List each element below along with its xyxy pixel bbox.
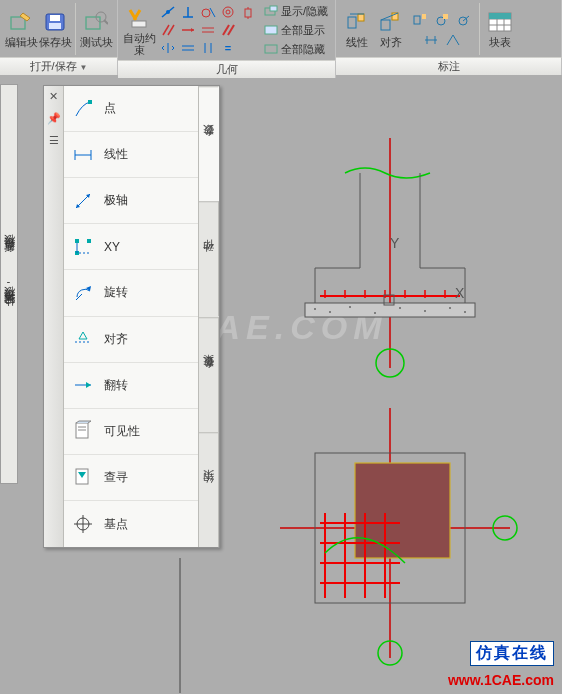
auto-constrain-button[interactable]: 自动约束	[122, 3, 156, 58]
close-icon[interactable]: ✕	[47, 90, 61, 104]
svg-rect-32	[358, 14, 364, 21]
dim4-icon[interactable]	[421, 31, 441, 49]
panel-geometry: 自动约束 = 显	[118, 0, 336, 75]
dim2-icon[interactable]	[432, 11, 452, 29]
dim5-icon[interactable]	[443, 31, 463, 49]
panel-open-save: 编辑块 保存块 测试块 打开/保存▼	[0, 0, 118, 75]
svg-rect-30	[265, 45, 277, 53]
rotate-icon	[70, 280, 96, 306]
panel-annotation: 线性 对齐	[336, 0, 562, 75]
chevron-down-icon: ▼	[80, 63, 88, 72]
block-table-icon	[486, 9, 514, 35]
panel-geometry-title[interactable]: 几何	[118, 60, 336, 78]
svg-rect-2	[50, 15, 60, 21]
hide-all-button[interactable]: 全部隐藏	[261, 40, 331, 58]
align-button[interactable]: 对齐	[374, 7, 408, 50]
drawing-stray-line	[170, 558, 190, 694]
svg-text:Y: Y	[390, 235, 400, 251]
palette-item-lookup[interactable]: 查寻	[64, 455, 198, 501]
coincident-icon[interactable]	[158, 3, 178, 21]
perpendicular-icon[interactable]	[178, 3, 198, 21]
hide-all-icon	[264, 42, 278, 56]
svg-line-11	[210, 8, 215, 17]
horizontal-icon[interactable]	[178, 21, 198, 39]
lookup-icon	[70, 464, 96, 490]
tangent-icon[interactable]	[198, 3, 218, 21]
show-hide-button[interactable]: 显示/隐藏	[261, 2, 331, 20]
svg-line-6	[104, 20, 108, 24]
svg-rect-99	[87, 239, 91, 243]
equal-icon[interactable]: =	[218, 39, 238, 57]
watermark-url: www.1CAE.com	[448, 672, 554, 688]
test-block-button[interactable]: 测试块	[79, 7, 113, 50]
svg-rect-91	[88, 100, 92, 104]
palette-item-visibility[interactable]: 可见性	[64, 409, 198, 455]
palette-item-rotate[interactable]: 旋转	[64, 270, 198, 316]
palette-item-align[interactable]: 对齐	[64, 317, 198, 363]
palette-tab-params[interactable]: 参数	[199, 86, 219, 201]
save-block-icon	[41, 9, 69, 35]
block-authoring-palette: ✕ 📌 ☰ 点 线性 极轴 XY 旋转 对齐 翻转	[43, 85, 220, 548]
dim1-icon[interactable]	[410, 11, 430, 29]
svg-rect-28	[270, 6, 277, 11]
more-icon[interactable]	[238, 39, 258, 57]
show-all-button[interactable]: 全部显示	[261, 21, 331, 39]
block-table-button[interactable]: 块表	[483, 7, 517, 50]
palette-item-flip[interactable]: 翻转	[64, 363, 198, 409]
flip-icon	[70, 372, 96, 398]
fix-icon[interactable]	[238, 3, 258, 21]
palette-item-point[interactable]: 点	[64, 86, 198, 132]
palette-tab-actions[interactable]: 动作	[199, 201, 219, 316]
symmetric-icon[interactable]	[158, 39, 178, 57]
collinear-icon[interactable]	[218, 21, 238, 39]
palette-tabs: 参数 动作 参数集 约束	[199, 86, 219, 547]
svg-rect-7	[132, 21, 146, 27]
xy-icon	[70, 234, 96, 260]
svg-marker-108	[86, 382, 91, 388]
equal-x-icon[interactable]	[178, 39, 198, 57]
palette-tab-constraints[interactable]: 约束	[199, 432, 219, 547]
smooth-icon[interactable]	[238, 21, 258, 39]
svg-point-63	[464, 311, 466, 313]
point-icon	[70, 96, 96, 122]
pin-icon[interactable]: 📌	[47, 112, 61, 126]
save-block-button[interactable]: 保存块	[38, 7, 72, 50]
menu-icon[interactable]: ☰	[47, 134, 61, 148]
svg-point-12	[223, 7, 233, 17]
panel-open-save-title[interactable]: 打开/保存▼	[0, 57, 118, 75]
equal-y-icon[interactable]	[198, 39, 218, 57]
test-block-icon	[82, 9, 110, 35]
svg-marker-18	[191, 28, 194, 32]
svg-point-57	[329, 311, 331, 313]
visibility-icon	[70, 418, 96, 444]
linear-button[interactable]: 线性	[340, 7, 374, 50]
concentric-icon[interactable]	[218, 3, 238, 21]
palette-item-basepoint[interactable]: 基点	[64, 501, 198, 547]
svg-rect-3	[49, 23, 61, 29]
svg-rect-37	[422, 14, 426, 19]
svg-point-62	[449, 307, 451, 309]
polar-icon	[70, 188, 96, 214]
svg-marker-106	[79, 332, 87, 339]
svg-rect-14	[245, 9, 251, 17]
vertical-icon[interactable]	[198, 21, 218, 39]
edit-block-button[interactable]: 编辑块	[4, 7, 38, 50]
palette-tab-paramsets[interactable]: 参数集	[199, 317, 219, 432]
parallel-icon[interactable]	[158, 21, 178, 39]
svg-point-60	[399, 307, 401, 309]
svg-point-61	[424, 310, 426, 312]
palette-sidebar: ✕ 📌 ☰	[44, 86, 64, 547]
svg-rect-47	[489, 13, 511, 19]
palette-item-polar[interactable]: 极轴	[64, 178, 198, 224]
svg-point-10	[202, 9, 210, 17]
vertical-dock-tab[interactable]: 块编写选项板 - 所有选项板	[0, 84, 18, 484]
linear-icon	[343, 9, 371, 35]
panel-annotation-title[interactable]: 标注	[336, 57, 562, 75]
palette-item-xy[interactable]: XY	[64, 224, 198, 270]
dim3-icon[interactable]	[454, 11, 474, 29]
svg-rect-36	[414, 16, 420, 24]
svg-point-59	[374, 312, 376, 314]
svg-point-13	[226, 10, 230, 14]
palette-item-linear[interactable]: 线性	[64, 132, 198, 178]
show-hide-icon	[264, 4, 278, 18]
